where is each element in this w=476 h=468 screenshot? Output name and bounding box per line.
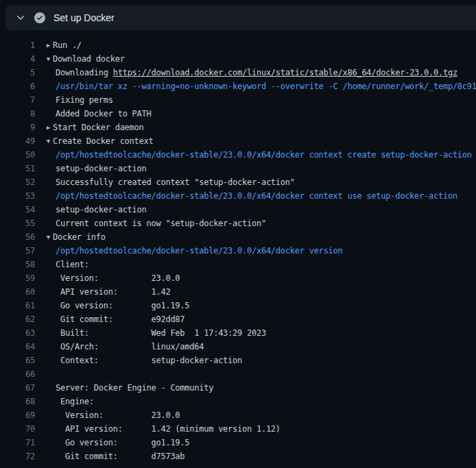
line-number[interactable]: 62 [0,312,35,326]
indent-spacer [35,162,53,175]
line-number[interactable]: 51 [0,162,35,175]
log-text[interactable]: Create Docker context [53,134,153,148]
log-text[interactable]: Download docker [53,52,125,66]
chevron-down-icon[interactable] [15,12,26,23]
log-line: 56 ▼ Docker info [0,230,476,244]
log-line: 69 Version: 23.0.0 [0,408,476,422]
line-number[interactable]: 1 [0,38,35,52]
log-text: Git commit: e92dd87 [53,312,185,326]
log-line: 58 Client: [0,258,476,271]
log-line: 51 setup-docker-action [0,162,476,175]
triangle-down-icon[interactable]: ▼ [35,230,53,244]
indent-spacer [35,107,53,121]
log-text: Git commit: d7573ab [53,449,185,463]
log-text: Current context is now "setup-docker-act… [53,217,266,230]
log-text: /opt/hostedtoolcache/docker-stable/23.0.… [53,244,342,258]
line-number[interactable]: 61 [0,299,35,312]
line-number[interactable]: 7 [0,93,35,107]
triangle-right-icon[interactable]: ▶ [35,121,53,134]
line-number[interactable]: 64 [0,340,35,354]
line-number[interactable]: 71 [0,436,35,449]
log-line: 68 Engine: [0,395,476,408]
indent-spacer [35,189,53,203]
log-text: Go version: go1.19.5 [53,436,189,449]
indent-spacer [35,312,53,326]
log-text: setup-docker-action [53,203,147,217]
indent-spacer [35,79,53,93]
indent-spacer [35,367,53,381]
line-number[interactable]: 59 [0,271,35,285]
log-line: 64 OS/Arch: linux/amd64 [0,340,476,354]
line-number[interactable]: 66 [0,367,35,381]
indent-spacer [35,340,53,354]
log-line: 67 Server: Docker Engine - Community [0,381,476,395]
log-text[interactable]: Start Docker daemon [53,121,144,134]
log-line: 50 /opt/hostedtoolcache/docker-stable/23… [0,148,476,162]
line-number[interactable]: 6 [0,79,35,93]
indent-spacer [35,217,53,230]
log-link[interactable]: https://download.docker.com/linux/static… [113,68,457,77]
line-number[interactable]: 68 [0,395,35,408]
line-number[interactable]: 67 [0,381,35,395]
log-text: Successfully created context "setup-dock… [53,175,295,189]
log-text: Downloading https://download.docker.com/… [53,66,457,79]
line-number[interactable]: 60 [0,285,35,299]
line-number[interactable]: 72 [0,449,35,463]
line-number[interactable]: 56 [0,230,35,244]
indent-spacer [35,354,53,367]
line-number[interactable]: 52 [0,175,35,189]
log-text: Context: setup-docker-action [53,354,242,367]
log-text [53,367,56,381]
log-line: 1 ▶ Run ./ [0,38,476,52]
step-header[interactable]: Set up Docker [5,5,476,30]
indent-spacer [35,395,53,408]
log-text[interactable]: Docker info [53,230,106,244]
log-line: 49 ▼ Create Docker context [0,134,476,148]
log-line: 65 Context: setup-docker-action [0,354,476,367]
indent-spacer [35,422,53,436]
triangle-right-icon[interactable]: ▶ [35,38,53,52]
log-text[interactable]: Run ./ [53,38,82,52]
indent-spacer [35,285,53,299]
line-number[interactable]: 54 [0,203,35,217]
indent-spacer [35,244,53,258]
log-line: 59 Version: 23.0.0 [0,271,476,285]
indent-spacer [35,93,53,107]
log-line: 66 [0,367,476,381]
line-number[interactable]: 55 [0,217,35,230]
log-line: 55 Current context is now "setup-docker-… [0,217,476,230]
triangle-down-icon[interactable]: ▼ [35,134,53,148]
log-text: /opt/hostedtoolcache/docker-stable/23.0.… [53,189,457,203]
line-number[interactable]: 53 [0,189,35,203]
line-number[interactable]: 50 [0,148,35,162]
log-line: 52 Successfully created context "setup-d… [0,175,476,189]
log-line: 5 Downloading https://download.docker.co… [0,66,476,79]
log-line: 72 Git commit: d7573ab [0,449,476,463]
line-number[interactable]: 8 [0,107,35,121]
line-number[interactable]: 57 [0,244,35,258]
line-number[interactable]: 63 [0,326,35,340]
log-text: Go version: go1.19.5 [53,299,189,312]
log-text: Added Docker to PATH [53,107,152,121]
triangle-down-icon[interactable]: ▼ [35,52,53,66]
log-text: Version: 23.0.0 [53,271,180,285]
indent-spacer [35,449,53,463]
log-line: 63 Built: Wed Feb 1 17:43:29 2023 [0,326,476,340]
line-number[interactable]: 9 [0,121,35,134]
log-line: 8 Added Docker to PATH [0,107,476,121]
line-number[interactable]: 58 [0,258,35,271]
line-number[interactable]: 65 [0,354,35,367]
line-number[interactable]: 70 [0,422,35,436]
indent-spacer [35,408,53,422]
indent-spacer [35,436,53,449]
line-number[interactable]: 49 [0,134,35,148]
indent-spacer [35,326,53,340]
indent-spacer [35,203,53,217]
log-text: /opt/hostedtoolcache/docker-stable/23.0.… [53,148,472,162]
indent-spacer [35,299,53,312]
line-number[interactable]: 4 [0,52,35,66]
line-number[interactable]: 69 [0,408,35,422]
log-line: 53 /opt/hostedtoolcache/docker-stable/23… [0,189,476,203]
line-number[interactable]: 5 [0,66,35,79]
log-text: Engine: [53,395,94,408]
